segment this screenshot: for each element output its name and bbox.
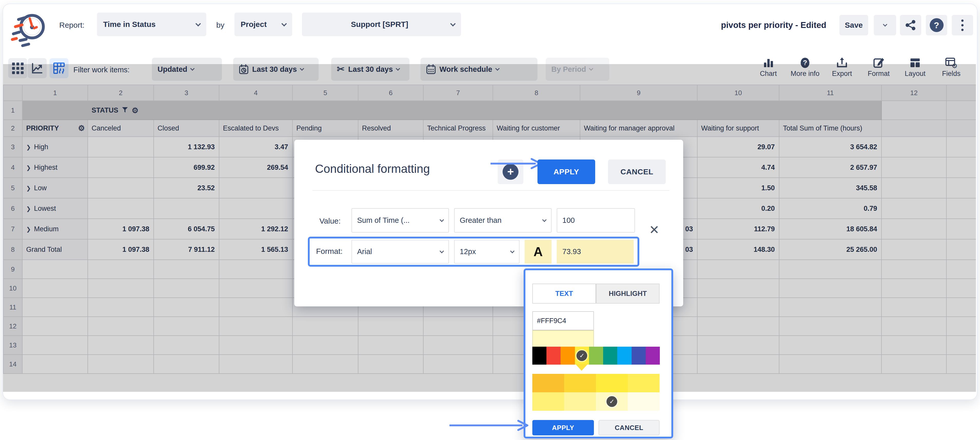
chevron-down-icon xyxy=(196,21,201,26)
project-select[interactable]: Support [SPRT] xyxy=(302,13,461,36)
dialog-divider xyxy=(312,190,669,191)
shade-color-swatch[interactable] xyxy=(564,374,596,392)
dialog-title: Conditional formatting xyxy=(315,162,430,176)
chevron-down-icon xyxy=(440,249,444,253)
close-icon: ✕ xyxy=(649,222,659,237)
format-preview-cell: 73.93 xyxy=(557,240,634,264)
operator-text: Greater than xyxy=(460,216,543,225)
font-size-select[interactable]: 12px xyxy=(454,240,520,264)
report-label: Report: xyxy=(59,15,84,35)
base-color-swatch[interactable]: ✓ xyxy=(575,347,589,365)
chevron-down-icon xyxy=(883,22,887,27)
report-title: pivots per priority - Edited xyxy=(621,15,826,35)
shade-color-swatch[interactable] xyxy=(596,374,628,392)
check-badge-icon: ✓ xyxy=(606,396,617,407)
chevron-down-icon xyxy=(510,249,515,253)
app-window: Report: Time in Status by Project Suppor… xyxy=(3,4,977,399)
chevron-down-icon xyxy=(450,21,456,26)
chevron-down-icon xyxy=(282,21,287,26)
remove-rule-button[interactable]: ✕ xyxy=(646,222,662,237)
hex-color-input[interactable]: #FFF9C4 xyxy=(532,311,594,330)
format-label: Format: xyxy=(316,247,342,256)
font-size-value: 12px xyxy=(460,248,511,256)
save-options-button[interactable] xyxy=(874,15,896,35)
report-select-value: Time in Status xyxy=(103,20,196,29)
value-label: Value: xyxy=(320,217,341,226)
shade-color-swatch[interactable]: ✓ xyxy=(596,392,628,411)
shade-color-swatch[interactable] xyxy=(628,392,660,411)
operator-select[interactable]: Greater than xyxy=(454,208,552,233)
base-color-swatch[interactable] xyxy=(617,347,632,365)
font-family-value: Arial xyxy=(357,248,440,256)
threshold-input[interactable]: 100 xyxy=(557,208,635,233)
by-label: by xyxy=(216,15,224,35)
base-color-swatch[interactable] xyxy=(560,347,575,365)
picker-cancel-button[interactable]: CANCEL xyxy=(598,420,660,435)
text-color-button[interactable]: A xyxy=(525,240,552,264)
value-field-text: Sum of Time (... xyxy=(357,216,440,225)
base-color-swatch[interactable] xyxy=(646,347,660,365)
base-color-swatch[interactable] xyxy=(546,347,560,365)
threshold-value: 100 xyxy=(562,216,575,225)
picker-apply-button[interactable]: APPLY xyxy=(532,420,594,435)
more-menu-button[interactable] xyxy=(952,15,973,35)
help-button[interactable]: ? xyxy=(926,15,947,35)
tab-text[interactable]: TEXT xyxy=(532,284,596,303)
selected-swatch-pointer xyxy=(576,364,588,371)
base-color-row: ✓ xyxy=(532,347,660,365)
app-logo xyxy=(8,7,49,48)
color-picker-popup: TEXT HIGHLIGHT #FFF9C4 ✓ ✓ APPLY CANCEL xyxy=(523,268,673,438)
share-icon xyxy=(905,19,916,31)
shade-color-swatch[interactable] xyxy=(532,374,564,392)
shade-color-swatch[interactable] xyxy=(564,392,596,411)
group-by-value: Project xyxy=(241,20,282,29)
save-button[interactable]: Save xyxy=(839,15,868,35)
font-family-select[interactable]: Arial xyxy=(352,240,449,264)
base-color-swatch[interactable] xyxy=(589,347,603,365)
tutorial-arrow-picker-apply xyxy=(449,420,531,431)
shade-grid: ✓ xyxy=(532,374,660,411)
report-select[interactable]: Time in Status xyxy=(97,13,206,36)
tutorial-arrow-apply xyxy=(490,158,545,169)
chevron-down-icon xyxy=(542,218,547,222)
dialog-apply-button[interactable]: APPLY xyxy=(538,159,595,184)
chevron-down-icon xyxy=(440,218,444,222)
format-rule-row: Format: Arial 12px A 73.93 xyxy=(308,237,639,267)
tab-highlight[interactable]: HIGHLIGHT xyxy=(596,284,660,303)
shade-color-swatch[interactable] xyxy=(628,374,660,392)
base-color-swatch[interactable] xyxy=(632,347,646,365)
share-button[interactable] xyxy=(900,15,921,35)
shade-color-swatch[interactable] xyxy=(532,392,564,411)
group-by-select[interactable]: Project xyxy=(234,13,292,36)
value-field-select[interactable]: Sum of Time (... xyxy=(352,208,449,233)
project-select-value: Support [SPRT] xyxy=(308,20,451,29)
base-color-swatch[interactable] xyxy=(532,347,546,365)
help-icon: ? xyxy=(930,18,943,32)
base-color-swatch[interactable] xyxy=(603,347,617,365)
kebab-menu-icon xyxy=(961,19,964,31)
check-badge-icon: ✓ xyxy=(576,350,587,361)
dialog-cancel-button[interactable]: CANCEL xyxy=(608,159,666,184)
